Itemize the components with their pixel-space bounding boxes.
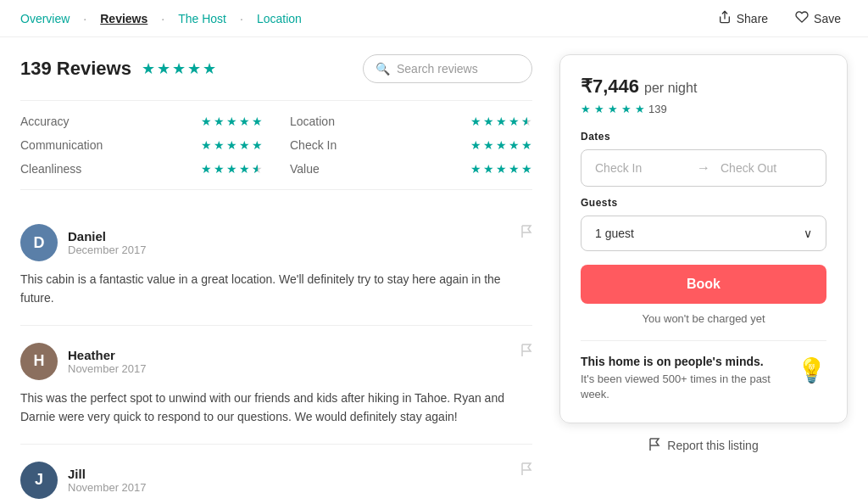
communication-stars: ★ ★ ★ ★ ★ xyxy=(201,138,263,152)
divider xyxy=(581,340,826,341)
star-3: ★ xyxy=(172,59,186,78)
check-in-placeholder: Check In xyxy=(595,161,687,175)
review-item: J Jill November 2017 xyxy=(20,445,532,504)
nav-overview[interactable]: Overview xyxy=(20,12,70,25)
review-header: D Daniel December 2017 xyxy=(20,224,532,261)
heart-icon xyxy=(795,10,809,26)
search-box: 🔍 xyxy=(363,54,532,83)
reviews-section: 139 Reviews ★ ★ ★ ★ ★ 🔍 Accuracy ★ xyxy=(20,54,532,504)
report-flag-icon xyxy=(648,437,660,453)
reviews-title: 139 Reviews xyxy=(20,58,131,80)
top-nav: Overview · Reviews · The Host · Location… xyxy=(0,0,868,37)
review-date: November 2017 xyxy=(68,362,147,375)
report-label: Report this listing xyxy=(667,439,758,452)
no-charge-text: You won't be charged yet xyxy=(581,312,826,325)
minds-desc: It's been viewed 500+ times in the past … xyxy=(581,372,787,402)
nav-reviews[interactable]: Reviews xyxy=(100,12,147,25)
avatar-heather: H xyxy=(20,343,58,380)
review-date: December 2017 xyxy=(68,244,147,256)
avatar-daniel: D xyxy=(20,224,58,261)
rating-communication: Communication ★ ★ ★ ★ ★ xyxy=(20,138,263,152)
card-review-count: 139 xyxy=(648,103,667,115)
date-input-row[interactable]: Check In → Check Out xyxy=(581,149,826,187)
nav-actions: Share Save xyxy=(711,7,848,30)
chevron-down-icon: ∨ xyxy=(804,227,812,240)
report-section[interactable]: Report this listing xyxy=(559,423,848,467)
location-label: Location xyxy=(290,115,335,128)
search-input[interactable] xyxy=(397,62,515,76)
reviewer-name: Daniel xyxy=(68,229,147,244)
guests-section: Guests 1 guest ∨ xyxy=(581,197,826,251)
review-list: D Daniel December 2017 This cabin is a f… xyxy=(20,207,532,504)
review-text: This cabin is a fantastic value in a gre… xyxy=(20,270,532,308)
rating-accuracy: Accuracy ★ ★ ★ ★ ★ xyxy=(20,115,263,128)
checkin-label: Check In xyxy=(290,138,337,152)
review-text: This was the perfect spot to unwind with… xyxy=(20,389,532,427)
nav-location[interactable]: Location xyxy=(257,12,302,25)
reviews-title-group: 139 Reviews ★ ★ ★ ★ ★ xyxy=(20,58,216,80)
star-5: ★ xyxy=(203,59,216,78)
reviewer-name: Jill xyxy=(68,467,147,481)
reviewer-name: Heather xyxy=(68,348,147,362)
share-icon xyxy=(718,10,732,26)
nav-links: Overview · Reviews · The Host · Location xyxy=(20,12,302,25)
accuracy-label: Accuracy xyxy=(20,115,70,128)
review-header: J Jill November 2017 xyxy=(20,462,532,499)
main-content: 139 Reviews ★ ★ ★ ★ ★ 🔍 Accuracy ★ xyxy=(0,37,868,504)
star-2: ★ xyxy=(157,59,170,78)
booking-card: ₹7,446 per night ★ ★ ★ ★ ★ 139 Dates Che… xyxy=(559,54,848,423)
arrow-icon: → xyxy=(697,160,710,176)
review-header: H Heather November 2017 xyxy=(20,343,532,380)
flag-button[interactable] xyxy=(520,343,532,360)
card-stars: ★ ★ ★ ★ ★ 139 xyxy=(581,103,826,115)
lightbulb-icon: 💡 xyxy=(797,356,826,384)
guests-select[interactable]: 1 guest ∨ xyxy=(581,216,826,251)
avatar-jill: J xyxy=(20,462,58,499)
star-4: ★ xyxy=(187,59,201,78)
review-item: D Daniel December 2017 This cabin is a f… xyxy=(20,207,532,326)
communication-label: Communication xyxy=(20,138,103,152)
rating-value: Value ★ ★ ★ ★ ★ xyxy=(290,162,532,176)
share-label: Share xyxy=(737,12,768,25)
reviews-header: 139 Reviews ★ ★ ★ ★ ★ 🔍 xyxy=(20,54,532,83)
minds-title: This home is on people's minds. xyxy=(581,355,787,368)
cleanliness-stars: ★ ★ ★ ★ ★★ xyxy=(201,162,263,176)
overall-stars: ★ ★ ★ ★ ★ xyxy=(142,59,216,78)
rating-cleanliness: Cleanliness ★ ★ ★ ★ ★★ xyxy=(20,162,263,176)
minds-section: This home is on people's minds. It's bee… xyxy=(581,355,826,402)
save-label: Save xyxy=(814,12,841,25)
value-label: Value xyxy=(290,162,320,176)
value-stars: ★ ★ ★ ★ ★ xyxy=(470,162,532,176)
review-date: November 2017 xyxy=(68,481,147,494)
save-button[interactable]: Save xyxy=(788,7,848,30)
dates-section: Dates Check In → Check Out xyxy=(581,131,826,187)
ratings-grid: Accuracy ★ ★ ★ ★ ★ Location ★ ★ ★ ★ xyxy=(20,100,532,190)
location-stars: ★ ★ ★ ★ ★★ xyxy=(470,115,532,128)
guests-label: Guests xyxy=(581,197,826,209)
share-button[interactable]: Share xyxy=(711,7,775,30)
check-out-placeholder: Check Out xyxy=(721,161,812,175)
flag-button[interactable] xyxy=(520,462,532,479)
flag-button[interactable] xyxy=(520,224,532,241)
dates-label: Dates xyxy=(581,131,826,143)
accuracy-stars: ★ ★ ★ ★ ★ xyxy=(201,115,263,128)
search-icon: 🔍 xyxy=(376,62,390,76)
price: ₹7,446 xyxy=(581,76,639,98)
book-button[interactable]: Book xyxy=(581,265,826,304)
rating-location: Location ★ ★ ★ ★ ★★ xyxy=(290,115,532,128)
checkin-stars: ★ ★ ★ ★ ★ xyxy=(470,138,532,152)
cleanliness-label: Cleanliness xyxy=(20,162,81,176)
rating-checkin: Check In ★ ★ ★ ★ ★ xyxy=(290,138,532,152)
star-1: ★ xyxy=(142,59,155,78)
guests-value: 1 guest xyxy=(595,227,634,240)
nav-the-host[interactable]: The Host xyxy=(178,12,226,25)
per-night: per night xyxy=(644,81,697,96)
review-item: H Heather November 2017 This was the per… xyxy=(20,326,532,445)
price-row: ₹7,446 per night xyxy=(581,76,826,98)
right-column: ₹7,446 per night ★ ★ ★ ★ ★ 139 Dates Che… xyxy=(559,54,848,504)
